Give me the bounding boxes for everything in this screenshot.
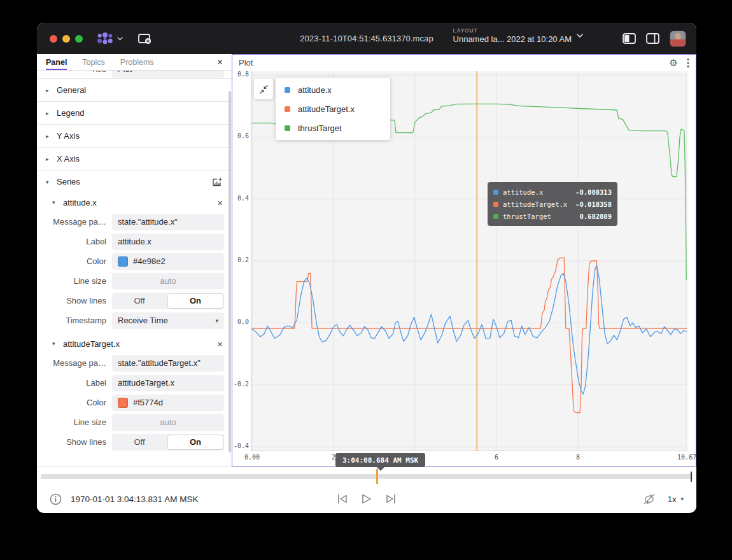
section-series-label: Series: [57, 177, 80, 186]
series-attitude-target-x-name: attitudeTarget.x: [63, 339, 120, 349]
legend-swatch: [285, 125, 290, 131]
section-general[interactable]: ▸ General: [37, 78, 232, 101]
user-avatar[interactable]: [670, 31, 686, 47]
show-lines-off-button[interactable]: Off: [112, 434, 167, 451]
play-button[interactable]: [361, 493, 373, 505]
add-panel-button[interactable]: [137, 32, 152, 45]
caret-down-icon: ▾: [52, 199, 57, 206]
caret-down-icon: ▾: [215, 318, 218, 324]
tooltip-value: -0.008313: [575, 188, 612, 196]
label-input[interactable]: attitudeTarget.x: [112, 375, 224, 391]
caret-right-icon: ▸: [46, 110, 51, 116]
tooltip-row: attitudeTarget.x -0.018358: [493, 198, 612, 210]
timestamp-label: Timestamp: [37, 316, 112, 325]
show-lines-on-button[interactable]: On: [168, 435, 223, 449]
line-size-input[interactable]: auto: [112, 414, 224, 431]
show-lines-label: Show lines: [37, 296, 112, 305]
color-swatch[interactable]: [118, 256, 128, 267]
tab-problems[interactable]: Problems: [120, 54, 154, 70]
line-size-row: Line size auto: [37, 271, 232, 291]
seek-backward-button[interactable]: [336, 493, 349, 505]
show-lines-toggle: Off On: [112, 293, 224, 309]
label-label: Label: [37, 378, 112, 388]
series-attitude-x-header[interactable]: ▾ attitude.x ×: [37, 193, 232, 212]
show-lines-off-button[interactable]: Off: [112, 293, 167, 309]
message-path-row: Message pa… state."attitude.x": [37, 212, 232, 232]
app-menu-button[interactable]: [97, 32, 123, 45]
minimize-window-button[interactable]: [62, 35, 70, 43]
current-timestamp: 1970-01-01 3:04:13.831 AM MSK: [71, 494, 198, 504]
color-swatch[interactable]: [118, 398, 128, 408]
panel-settings-sidebar: Panel Topics Problems × Title Plot ▸ Gen…: [37, 54, 232, 466]
y-tick: 0.8: [232, 71, 249, 78]
sidebar-tabs: Panel Topics Problems ×: [37, 54, 232, 71]
layout-name: Unnamed la... 2022 at 10:20 AM: [453, 34, 572, 45]
legend-item[interactable]: thrustTarget: [276, 118, 390, 137]
tab-topics[interactable]: Topics: [82, 54, 104, 70]
color-input[interactable]: #f5774d: [112, 395, 224, 411]
chart-area: 0.8 0.6 0.4 0.2 0.0 -0.2 -0.4 0.00 2 4 6…: [232, 71, 696, 466]
add-series-icon[interactable]: [212, 176, 223, 187]
section-x-axis[interactable]: ▸ X Axis: [37, 147, 232, 170]
collapse-arrows-icon: [259, 84, 269, 95]
title-bar: 2023-11-10T04:51:45.631370.mcap LAYOUT U…: [37, 23, 696, 54]
label-label: Label: [37, 237, 112, 246]
remove-series-icon[interactable]: ×: [217, 197, 223, 208]
message-path-input[interactable]: state."attitude.x": [112, 214, 224, 230]
label-row: Label attitude.x: [37, 232, 232, 251]
color-hex-value: #f5774d: [133, 398, 163, 407]
tooltip-row: attitude.x -0.008313: [493, 186, 612, 198]
sidebar-scrollbar[interactable]: [229, 91, 231, 452]
message-path-label: Message pa…: [37, 217, 112, 227]
legend-item[interactable]: attitude.x: [276, 80, 390, 99]
legend-item[interactable]: attitudeTarget.x: [276, 99, 390, 118]
section-y-axis-label: Y Axis: [57, 131, 80, 141]
tooltip-swatch: [493, 214, 498, 219]
series-attitude-target-x-header[interactable]: ▾ attitudeTarget.x ×: [37, 334, 232, 353]
section-y-axis[interactable]: ▸ Y Axis: [37, 124, 232, 147]
tab-panel[interactable]: Panel: [46, 54, 67, 70]
tooltip-series-name: thrustTarget: [503, 213, 551, 220]
caret-down-icon: ▾: [52, 340, 57, 347]
legend-label: attitude.x: [298, 85, 332, 95]
color-row: Color #f5774d: [37, 393, 232, 412]
message-path-row: Message pa… state."attitudeTarget.x": [37, 353, 232, 373]
toggle-left-sidebar-button[interactable]: [623, 33, 636, 44]
close-window-button[interactable]: [50, 35, 57, 43]
close-sidebar-button[interactable]: ×: [217, 57, 223, 67]
section-series[interactable]: ▾ Series: [37, 170, 232, 193]
color-input[interactable]: #4e98e2: [112, 253, 224, 270]
toggle-right-sidebar-button[interactable]: [646, 33, 659, 44]
playback-bar: 1970-01-01 3:04:13.831 AM MSK: [37, 486, 696, 512]
info-icon[interactable]: [50, 493, 62, 505]
line-size-row: Line size auto: [37, 412, 232, 432]
section-legend[interactable]: ▸ Legend: [37, 101, 232, 124]
tooltip-swatch: [493, 202, 498, 207]
label-input[interactable]: attitude.x: [112, 234, 224, 250]
collapse-legend-button[interactable]: [254, 79, 273, 99]
x-tick: 10.67: [673, 454, 696, 461]
playhead-marker[interactable]: [376, 469, 378, 484]
loop-disabled-icon[interactable]: [642, 493, 656, 505]
timestamp-select[interactable]: Receive Time ▾: [112, 312, 224, 329]
message-path-input[interactable]: state."attitudeTarget.x": [112, 355, 224, 372]
plot-panel-header[interactable]: Plot ⚙: [232, 55, 696, 71]
remove-series-icon[interactable]: ×: [217, 339, 223, 349]
window-controls: [50, 35, 83, 43]
maximize-window-button[interactable]: [75, 35, 83, 43]
show-lines-toggle: Off On: [112, 434, 224, 451]
y-tick: -0.4: [232, 442, 249, 449]
layout-selector[interactable]: LAYOUT Unnamed la... 2022 at 10:20 AM: [453, 27, 583, 45]
show-lines-on-button[interactable]: On: [168, 294, 223, 308]
caret-down-icon: ▾: [680, 496, 684, 502]
tooltip-swatch: [493, 190, 498, 195]
line-size-input[interactable]: auto: [112, 273, 224, 290]
timeline-track[interactable]: [41, 474, 693, 479]
y-tick: 0.4: [232, 195, 249, 202]
timestamp-row: Timestamp Receive Time ▾: [37, 311, 232, 330]
title-field-input[interactable]: Plot: [112, 71, 224, 78]
panel-settings-gear-icon[interactable]: ⚙: [670, 57, 678, 69]
seek-forward-button[interactable]: [384, 493, 398, 505]
panel-menu-kebab-icon[interactable]: [687, 58, 689, 68]
playback-speed-select[interactable]: 1x ▾: [668, 494, 684, 504]
